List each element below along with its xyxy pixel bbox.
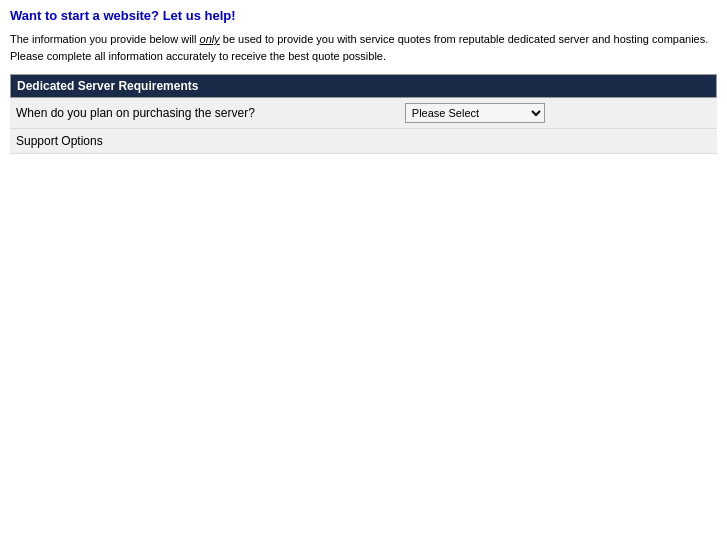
support-row: Support Options <box>10 129 717 154</box>
select-dropdown[interactable]: Please Select <box>405 103 545 123</box>
form-row: When do you plan on purchasing the serve… <box>10 98 717 129</box>
requirements-form: When do you plan on purchasing the serve… <box>10 98 717 154</box>
support-checkboxes <box>399 129 717 154</box>
section-header: Dedicated Server Requirements <box>10 74 717 98</box>
intro-text: The information you provide below will o… <box>10 31 717 64</box>
field-label: When do you plan on purchasing the serve… <box>10 98 399 129</box>
support-label: Support Options <box>10 129 399 154</box>
page-title: Want to start a website? Let us help! <box>10 8 717 23</box>
field-control: Please Select <box>399 98 717 129</box>
